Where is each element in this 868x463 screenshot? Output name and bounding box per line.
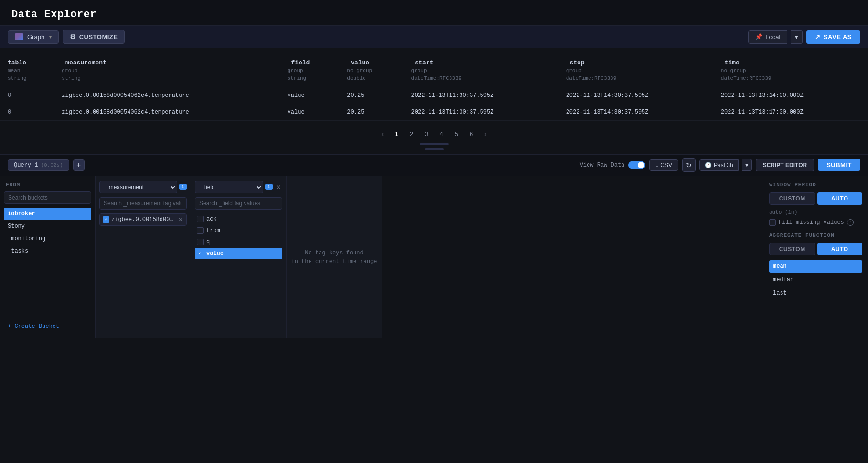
clock-icon: 🕐 xyxy=(705,162,712,168)
agg-item-mean[interactable]: mean xyxy=(769,260,862,273)
submit-button[interactable]: SUBMIT xyxy=(818,159,860,171)
measurement-tag-text: zigbee.0.00158d0005400… xyxy=(111,216,176,223)
window-period-custom-button[interactable]: CUSTOM xyxy=(769,192,815,205)
cell-value: 20.25 xyxy=(339,87,403,104)
gear-icon: ⚙ xyxy=(70,33,76,41)
field-filter-item[interactable]: from xyxy=(195,225,282,236)
field-filter-checkbox[interactable] xyxy=(197,216,204,222)
cell-table: 0 xyxy=(0,87,54,104)
window-period-auto-button[interactable]: AUTO xyxy=(817,192,863,205)
bucket-item[interactable]: _monitoring xyxy=(4,232,91,245)
measurement-tag-remove-button[interactable]: ✕ xyxy=(178,216,183,223)
cell-field: value xyxy=(280,104,340,120)
local-button[interactable]: 📌 Local xyxy=(748,30,787,44)
page-divider xyxy=(420,143,449,145)
fill-info-icon[interactable]: ? xyxy=(847,219,854,226)
page-prev-button[interactable]: ‹ xyxy=(376,128,388,139)
filter-field-close-button[interactable]: ✕ xyxy=(275,183,282,191)
customize-button[interactable]: ⚙ CUSTOMIZE xyxy=(63,30,125,44)
query-bar: Query 1 (0.02s) + View Raw Data ↓ CSV ↻ … xyxy=(0,155,868,176)
view-raw-label: View Raw Data xyxy=(580,162,625,168)
filter-measurement-badge: 1 xyxy=(179,184,187,190)
cell-start: 2022-11-13T11:30:37.595Z xyxy=(404,104,558,120)
query-time: (0.02s) xyxy=(41,162,63,168)
agg-item-median[interactable]: median xyxy=(769,274,862,286)
time-range-caret-button[interactable]: ▾ xyxy=(742,159,752,171)
table-row: 0 zigbee.0.00158d00054062c4.temperature … xyxy=(0,104,868,120)
window-period-hint: auto (1m) xyxy=(769,210,862,215)
filter-field-select[interactable]: _field xyxy=(195,181,263,193)
drag-handle[interactable] xyxy=(425,148,444,150)
filter-measurement-panel: _measurement 1 zigbee.0.00158d0005400… ✕ xyxy=(96,176,191,338)
agg-auto-button[interactable]: AUTO xyxy=(817,243,863,255)
field-filter-checkbox[interactable] xyxy=(197,239,204,245)
window-period-toggle-row: CUSTOM AUTO xyxy=(769,192,862,205)
search-measurement-input[interactable] xyxy=(99,197,187,210)
graph-chevron-icon: ▾ xyxy=(49,34,52,40)
fill-missing-checkbox[interactable] xyxy=(769,219,776,226)
data-table-wrapper: table mean string _measurement group str… xyxy=(0,48,868,155)
search-buckets-input[interactable] xyxy=(4,191,91,204)
field-filter-item[interactable]: q xyxy=(195,236,282,248)
local-caret-button[interactable]: ▾ xyxy=(791,30,803,44)
filter-field-items: ackfromqvalue xyxy=(195,213,282,334)
field-filter-label: value xyxy=(206,250,224,257)
agg-custom-button[interactable]: CUSTOM xyxy=(769,243,815,255)
time-range-button[interactable]: 🕐 Past 3h xyxy=(699,159,739,171)
field-filter-checkbox[interactable] xyxy=(197,250,204,257)
bucket-list: iobrokerStony_monitoring_tasks xyxy=(4,208,91,320)
add-query-button[interactable]: + xyxy=(73,159,85,171)
col-time: _time no group dateTime:RFC3339 xyxy=(713,56,868,87)
header: Data Explorer xyxy=(0,0,868,26)
cell-stop: 2022-11-13T14:30:37.595Z xyxy=(558,87,713,104)
query-label: Query 1 xyxy=(14,162,38,168)
filter-measurement-select[interactable]: _measurement xyxy=(99,181,177,193)
graph-icon xyxy=(15,33,23,40)
create-bucket-button[interactable]: + Create Bucket xyxy=(4,320,91,333)
no-tag-keys-panel: No tag keys found in the current time ra… xyxy=(287,176,382,338)
refresh-button[interactable]: ↻ xyxy=(682,158,696,172)
page-4-button[interactable]: 4 xyxy=(435,128,448,139)
query-main: FROM iobrokerStony_monitoring_tasks + Cr… xyxy=(0,176,868,338)
page-5-button[interactable]: 5 xyxy=(450,128,463,139)
page-next-button[interactable]: › xyxy=(480,128,491,139)
cell-measurement: zigbee.0.00158d00054062c4.temperature xyxy=(54,87,279,104)
col-table: table mean string xyxy=(0,56,54,87)
field-filter-checkbox[interactable] xyxy=(197,227,204,234)
table-header-row: table mean string _measurement group str… xyxy=(0,56,868,87)
filter-measurement-header: _measurement 1 xyxy=(99,181,187,193)
field-filter-item[interactable]: ack xyxy=(195,213,282,225)
save-as-button[interactable]: ↗ SAVE AS xyxy=(806,30,860,44)
right-panel: WINDOW PERIOD CUSTOM AUTO auto (1m) Fill… xyxy=(763,176,868,338)
filter-panels: _measurement 1 zigbee.0.00158d0005400… ✕… xyxy=(96,176,763,338)
page-3-button[interactable]: 3 xyxy=(420,128,433,139)
pagination: ‹ 1 2 3 4 5 6 › xyxy=(0,121,868,143)
data-table: table mean string _measurement group str… xyxy=(0,56,868,121)
filter-field-panel: _field 1 ✕ ackfromqvalue xyxy=(191,176,287,338)
field-filter-label: from xyxy=(206,227,220,234)
from-label: FROM xyxy=(4,182,91,188)
query-tab[interactable]: Query 1 (0.02s) xyxy=(8,159,69,171)
fill-missing-label: Fill missing values xyxy=(779,219,844,226)
cell-field: value xyxy=(280,87,340,104)
graph-button[interactable]: Graph ▾ xyxy=(8,30,59,44)
page-2-button[interactable]: 2 xyxy=(405,128,418,139)
measurement-checkbox[interactable] xyxy=(103,216,109,223)
bucket-item[interactable]: iobroker xyxy=(4,208,91,220)
script-editor-button[interactable]: SCRIPT EDITOR xyxy=(756,159,814,171)
bucket-item[interactable]: _tasks xyxy=(4,245,91,257)
field-filter-item[interactable]: value xyxy=(195,248,282,259)
agg-item-last[interactable]: last xyxy=(769,287,862,299)
no-tag-line1: No tag keys found xyxy=(305,250,363,256)
search-field-input[interactable] xyxy=(195,197,282,210)
cell-table: 0 xyxy=(0,104,54,120)
bucket-item[interactable]: Stony xyxy=(4,220,91,232)
page-6-button[interactable]: 6 xyxy=(465,128,478,139)
col-start: _start group dateTime:RFC3339 xyxy=(404,56,558,87)
local-label: Local xyxy=(765,33,780,41)
page-1-button[interactable]: 1 xyxy=(390,128,403,139)
csv-button[interactable]: ↓ CSV xyxy=(649,159,678,171)
fill-missing-row: Fill missing values ? xyxy=(769,219,862,226)
view-raw-toggle[interactable] xyxy=(628,161,645,169)
add-icon: + xyxy=(76,161,81,169)
